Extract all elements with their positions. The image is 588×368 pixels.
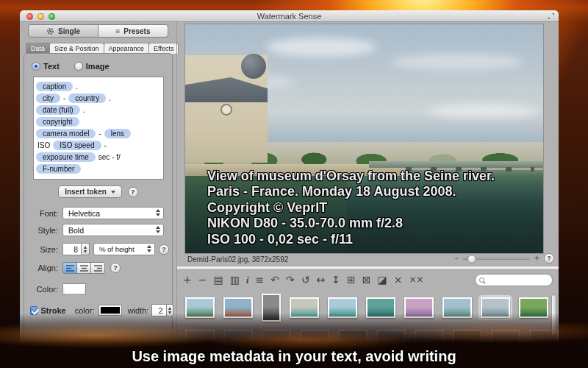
thumbnail-image[interactable] (185, 297, 215, 318)
thumbnail-item[interactable] (402, 295, 436, 320)
token-pill[interactable]: lens (104, 129, 131, 138)
style-popup[interactable]: Bold (62, 224, 164, 236)
rotate-left-icon[interactable]: ↶ (270, 275, 279, 285)
token-line: ISOISO speed- (35, 140, 162, 152)
token-pill[interactable]: copyright (36, 117, 79, 127)
thumbnail-image[interactable] (376, 330, 406, 350)
insert-token-help-button[interactable]: ? (128, 187, 138, 197)
crop-all-icon[interactable]: ⊠ (362, 275, 371, 285)
align-center-button[interactable] (76, 262, 91, 274)
size-unit-popup[interactable]: % of height (93, 243, 155, 255)
close-button[interactable] (26, 13, 33, 20)
save-all-icon[interactable]: ▥ (230, 275, 240, 285)
flip-horizontal-icon[interactable]: ↔ (317, 275, 326, 285)
image-preview[interactable]: View of museum d'Orsay from the Seine ri… (184, 24, 544, 254)
thumbnail-item[interactable] (517, 295, 551, 320)
thumbnail-image[interactable] (328, 297, 357, 318)
settings-tabs: DataSize & PositionAppearanceEffects (26, 43, 173, 54)
thumbnail-image[interactable] (366, 297, 395, 318)
thumbnail-item[interactable] (221, 295, 255, 320)
thumbnail-item[interactable] (478, 295, 512, 320)
thumbnail-item[interactable] (364, 295, 398, 320)
size-field[interactable]: 8 (62, 243, 82, 255)
thumbnail-image[interactable] (262, 330, 291, 350)
list-view-icon[interactable]: ≡ (256, 275, 265, 285)
filmstrip-scrollbar[interactable] (551, 294, 556, 336)
info-icon[interactable]: i (246, 275, 249, 285)
tab-appearance[interactable]: Appearance (104, 43, 150, 54)
token-pill[interactable]: country (68, 93, 106, 103)
thumbnail-image[interactable] (300, 330, 329, 350)
thumbnail-image[interactable] (442, 297, 472, 318)
thumbnail-image[interactable] (453, 330, 482, 350)
font-popup[interactable]: Helvetica (62, 207, 164, 219)
thumbnail-image[interactable] (223, 297, 253, 318)
radio-text[interactable]: Text (32, 62, 60, 71)
align-left-button[interactable] (62, 262, 77, 274)
token-pill[interactable]: exposure time (36, 152, 96, 162)
clear-all-icon[interactable]: ×× (409, 275, 423, 284)
thumbnail-row-1 (183, 291, 547, 324)
fullscreen-icon[interactable] (548, 13, 555, 20)
watermark-text-editor[interactable]: caption.city-country.date (full).copyrig… (33, 77, 164, 180)
thumbnail-item[interactable] (440, 295, 474, 320)
add-image-icon[interactable]: + (183, 275, 192, 285)
thumbnail-image[interactable] (290, 297, 319, 318)
token-pill[interactable]: ISO speed (53, 141, 101, 150)
thumbnail-item[interactable] (259, 291, 283, 324)
size-stepper[interactable] (82, 243, 90, 255)
token-pill[interactable]: date (full) (36, 105, 80, 115)
save-icon[interactable]: ▤ (213, 275, 223, 285)
thumbnail-image[interactable] (415, 330, 444, 350)
thumbnail-image[interactable] (338, 330, 368, 350)
zoom-in-button[interactable]: + (534, 255, 539, 262)
watermark-line: ISO 100 - 0,02 sec - f/11 (207, 232, 495, 248)
title-bar[interactable]: Watermark Sense (20, 10, 559, 22)
tab-size-position[interactable]: Size & Position (49, 43, 104, 54)
thumbnail-image[interactable] (185, 330, 215, 350)
flip-vertical-icon[interactable]: ↕ (331, 275, 340, 285)
zoom-out-button[interactable]: - (455, 255, 458, 262)
text-color-well[interactable] (62, 283, 86, 295)
rotate-right-icon[interactable]: ↷ (286, 275, 295, 285)
minimize-button[interactable] (37, 13, 44, 20)
zoom-slider-knob[interactable] (467, 255, 476, 263)
thumbnail-item[interactable] (326, 295, 359, 320)
thumbnail-image[interactable] (404, 297, 434, 318)
stroke-color-well[interactable] (98, 305, 122, 316)
token-pill[interactable]: city (36, 93, 60, 103)
mode-button-single[interactable]: Single (28, 24, 98, 38)
align-help-button[interactable]: ? (110, 263, 121, 273)
size-help-button[interactable]: ? (159, 244, 169, 255)
insert-token-button[interactable]: Insert token (58, 185, 122, 198)
mode-button-presets[interactable]: ≡Presets (98, 24, 168, 38)
thumbnail-image[interactable] (491, 330, 520, 350)
token-pill[interactable]: caption (36, 82, 73, 91)
zoom-help-button[interactable]: ? (544, 253, 554, 263)
stroke-checkbox[interactable] (30, 306, 37, 315)
thumbnail-image[interactable] (262, 294, 281, 322)
image-toolbar: +−▤▥i≡↶↷↺↔↕⊞⊠◪××× (183, 272, 424, 288)
search-field[interactable] (475, 274, 553, 286)
tab-effects[interactable]: Effects (148, 43, 179, 54)
clear-icon[interactable]: × (394, 275, 403, 285)
thumbnail-image[interactable] (481, 297, 510, 318)
align-right-button[interactable] (90, 262, 105, 274)
thumbnail-item[interactable] (287, 295, 321, 320)
token-pill[interactable]: camera model (36, 129, 96, 138)
thumbnail-image[interactable] (519, 297, 548, 318)
stroke-width-field[interactable]: 2 (151, 304, 166, 316)
stroke-width-stepper[interactable] (167, 304, 173, 316)
tab-data[interactable]: Data (26, 43, 50, 54)
crop-icon[interactable]: ⊞ (347, 275, 356, 285)
remove-image-icon[interactable]: − (198, 275, 207, 285)
zoom-slider[interactable] (462, 258, 530, 260)
thumbnail-item[interactable] (183, 295, 217, 320)
rotate-reset-icon[interactable]: ↺ (301, 275, 310, 285)
token-pill[interactable]: F-number (36, 164, 81, 174)
zoom-button[interactable] (49, 13, 55, 20)
straighten-icon[interactable]: ◪ (377, 275, 387, 285)
radio-image[interactable]: Image (74, 62, 110, 71)
pane-divider (177, 266, 559, 270)
thumbnail-image[interactable] (223, 330, 253, 350)
